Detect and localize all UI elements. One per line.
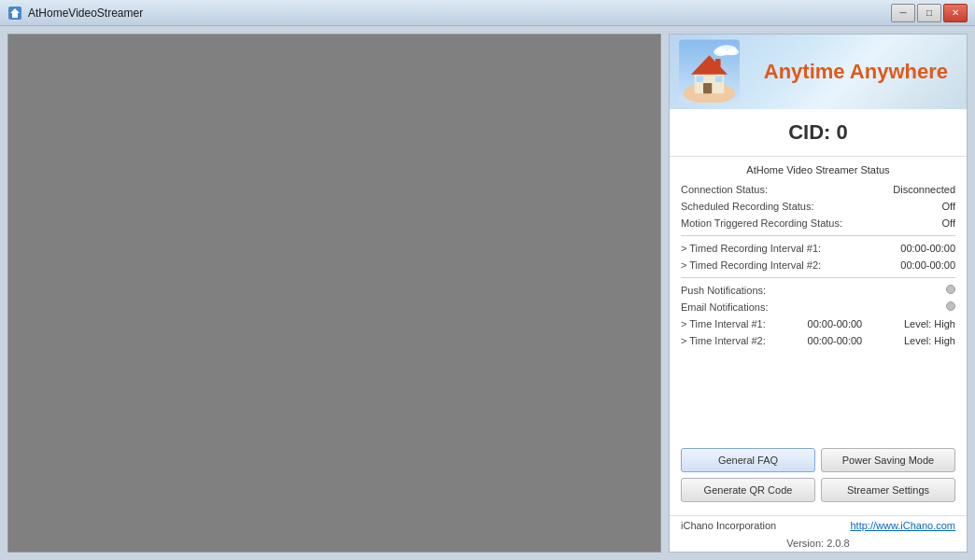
banner-house-image xyxy=(679,39,744,105)
version-section: Version: 2.0.8 xyxy=(670,535,967,552)
motion-triggered-row: Motion Triggered Recording Status: Off xyxy=(681,215,955,231)
right-panel: Anytime Anywhere CID: 0 AtHome Video Str… xyxy=(669,34,968,553)
timed-interval-1-label: > Timed Recording Interval #1: xyxy=(681,243,821,254)
streamer-settings-button[interactable]: Streamer Settings xyxy=(821,478,955,502)
company-name: iChano Incorporation xyxy=(681,520,776,531)
banner: Anytime Anywhere xyxy=(670,35,967,109)
scheduled-recording-row: Scheduled Recording Status: Off xyxy=(681,198,955,215)
main-content: Anytime Anywhere CID: 0 AtHome Video Str… xyxy=(0,26,975,560)
title-bar: AtHomeVideoStreamer ─ □ ✕ xyxy=(0,0,975,26)
minimize-button[interactable]: ─ xyxy=(891,4,915,22)
connection-status-label: Connection Status: xyxy=(681,184,768,195)
timed-interval-2-row: > Timed Recording Interval #2: 00:00-00:… xyxy=(681,257,955,273)
svg-point-4 xyxy=(714,48,728,56)
time-interval-1-level: Level: High xyxy=(904,318,955,329)
timed-interval-2-label: > Timed Recording Interval #2: xyxy=(681,259,821,271)
generate-qr-code-button[interactable]: Generate QR Code xyxy=(681,478,815,502)
svg-rect-10 xyxy=(697,77,703,83)
timed-interval-2-value: 00:00-00:00 xyxy=(900,259,955,271)
time-interval-1-value: 00:00-00:00 xyxy=(808,318,863,329)
motion-triggered-value: Off xyxy=(942,217,955,229)
status-section: AtHome Video Streamer Status Connection … xyxy=(670,157,967,357)
divider-2 xyxy=(681,277,955,278)
window-title: AtHomeVideoStreamer xyxy=(28,7,891,20)
time-interval-2-value: 00:00-00:00 xyxy=(808,335,863,346)
window-controls: ─ □ ✕ xyxy=(891,4,968,22)
svg-rect-12 xyxy=(715,59,721,69)
version-label: Version: 2.0.8 xyxy=(786,538,849,549)
svg-rect-11 xyxy=(715,77,722,83)
maximize-button[interactable]: □ xyxy=(917,4,941,22)
divider-1 xyxy=(681,235,955,236)
connection-status-value: Disconnected xyxy=(893,184,955,195)
power-saving-button[interactable]: Power Saving Mode xyxy=(821,448,955,472)
time-interval-1-label: > Time Interval #1: xyxy=(681,318,766,329)
company-website-link[interactable]: http://www.iChano.com xyxy=(851,520,956,531)
general-faq-button[interactable]: General FAQ xyxy=(681,448,815,472)
button-row-1: General FAQ Power Saving Mode xyxy=(681,448,955,472)
time-interval-2-row: > Time Interval #2: 00:00-00:00 Level: H… xyxy=(681,332,955,349)
svg-point-5 xyxy=(727,49,739,55)
scheduled-recording-value: Off xyxy=(942,201,955,212)
cid-section: CID: 0 xyxy=(670,109,967,157)
button-row-2: Generate QR Code Streamer Settings xyxy=(681,478,955,502)
timed-interval-1-row: > Timed Recording Interval #1: 00:00-00:… xyxy=(681,240,955,257)
push-notifications-label: Push Notifications: xyxy=(681,285,766,296)
email-notifications-row: Email Notifications: xyxy=(681,299,955,315)
app-icon xyxy=(7,6,22,21)
time-interval-2-label: > Time Interval #2: xyxy=(681,335,766,346)
time-interval-1-row: > Time Interval #1: 00:00-00:00 Level: H… xyxy=(681,315,955,332)
scheduled-recording-label: Scheduled Recording Status: xyxy=(681,201,813,212)
email-notifications-label: Email Notifications: xyxy=(681,301,769,313)
cid-display: CID: 0 xyxy=(788,120,848,144)
timed-interval-1-value: 00:00-00:00 xyxy=(900,243,955,254)
email-notifications-indicator xyxy=(946,301,955,311)
connection-status-row: Connection Status: Disconnected xyxy=(681,181,955,198)
svg-rect-9 xyxy=(703,83,712,93)
footer-company-row: iChano Incorporation http://www.iChano.c… xyxy=(670,515,967,535)
video-preview-area xyxy=(7,34,661,553)
push-notifications-indicator xyxy=(946,285,955,294)
close-button[interactable]: ✕ xyxy=(943,4,968,22)
buttons-section: General FAQ Power Saving Mode Generate Q… xyxy=(670,441,967,515)
push-notifications-row: Push Notifications: xyxy=(681,282,955,299)
banner-tagline: Anytime Anywhere xyxy=(764,60,948,84)
time-interval-2-level: Level: High xyxy=(904,335,955,346)
motion-triggered-label: Motion Triggered Recording Status: xyxy=(681,217,842,229)
status-section-title: AtHome Video Streamer Status xyxy=(681,164,955,175)
